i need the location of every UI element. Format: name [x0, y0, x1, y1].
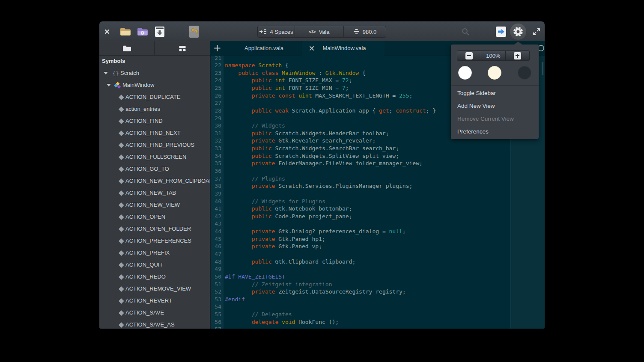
code-line-23: public class MainWindow : Gtk.Window {	[225, 69, 366, 77]
symbol-label: ACTION_REMOVE_VIEW	[125, 283, 191, 295]
symbol-label: ACTION_NEW_TAB	[125, 187, 176, 199]
fullscreen-button[interactable]	[533, 28, 540, 36]
constant-icon	[118, 190, 125, 196]
pane-separator[interactable]	[210, 56, 211, 329]
code-line-26: private const uint MAX_SEARCH_TEXT_LENGT…	[225, 92, 412, 100]
symbol-item-action_open_folder[interactable]: ACTION_OPEN_FOLDER	[99, 223, 210, 235]
symbol-item-action_find_next[interactable]: ACTION_FIND_NEXT	[99, 127, 210, 139]
code-line-38: private Scratch.Services.PluginsManager …	[225, 182, 412, 190]
templates-button[interactable]	[137, 27, 149, 36]
line-number: 23	[211, 69, 221, 77]
close-icon	[104, 29, 110, 35]
expander-icon[interactable]	[107, 84, 111, 86]
share-button[interactable]	[496, 27, 506, 37]
line-number: 51	[211, 281, 221, 288]
theme-white-button[interactable]	[458, 66, 472, 80]
symbol-item-action_prefix[interactable]: ACTION_PREFIX	[99, 247, 210, 259]
symbol-item-action_quit[interactable]: ACTION_QUIT	[99, 259, 210, 271]
window-close-button[interactable]	[104, 29, 110, 35]
constant-icon	[118, 154, 125, 160]
symbol-item-action_new_tab[interactable]: ACTION_NEW_TAB	[99, 187, 210, 199]
symbol-item-action_open[interactable]: ACTION_OPEN	[99, 211, 210, 223]
code-line-33: public Scratch.Widgets.SearchBar search_…	[225, 145, 399, 152]
symbol-label: ACTION_FIND_PREVIOUS	[125, 139, 194, 151]
constant-icon	[118, 285, 125, 292]
symbol-item-action_remove_view[interactable]: ACTION_REMOVE_VIEW	[99, 283, 210, 295]
zoom-level[interactable]: 100%	[481, 51, 505, 60]
goto-line-button[interactable]: 980.0	[343, 26, 386, 37]
symbol-item-action_find_previous[interactable]: ACTION_FIND_PREVIOUS	[99, 139, 210, 151]
indent-icon	[259, 29, 267, 35]
menu-item-preferences[interactable]: Preferences	[451, 125, 539, 138]
symbol-label: ACTION_NEW_VIEW	[125, 199, 180, 211]
line-number: 54	[211, 303, 221, 311]
symbol-label: ACTION_SAVE_AS	[125, 319, 175, 329]
line-width-icon	[353, 29, 360, 35]
outline-panel-button[interactable]	[154, 41, 210, 55]
editor-scrollbar[interactable]	[542, 62, 543, 75]
line-number: 49	[211, 265, 221, 273]
symbol-item-action_fullscreen[interactable]: ACTION_FULLSCREEN	[99, 151, 210, 163]
code-line-34: public Scratch.Widgets.SplitView split_v…	[225, 152, 399, 160]
line-number: 48	[211, 258, 221, 266]
symbol-item-action_go_to[interactable]: ACTION_GO_TO	[99, 163, 210, 175]
symbol-item-scratch[interactable]: {}Scratch	[99, 67, 210, 79]
open-file-button[interactable]	[119, 27, 131, 36]
line-number: 31	[211, 130, 221, 137]
new-tab-button[interactable]	[210, 41, 224, 55]
zoom-control: 100%	[457, 50, 530, 61]
symbol-item-action_save[interactable]: ACTION_SAVE	[99, 307, 210, 319]
symbol-label: ACTION_REVERT	[125, 295, 172, 307]
line-number: 27	[211, 99, 221, 107]
language-button[interactable]: </> Vala	[295, 26, 343, 37]
line-number: 37	[211, 175, 221, 183]
line-number: 42	[211, 213, 221, 220]
symbol-item-action_new_from_clipboard[interactable]: ACTION_NEW_FROM_CLIPBOARD	[99, 175, 210, 187]
tab-application-vala[interactable]: Application.vala	[227, 41, 301, 55]
theme-dark-button[interactable]	[518, 66, 531, 80]
constant-icon	[118, 321, 125, 328]
folder-panel-button[interactable]	[99, 41, 154, 55]
zoom-out-button[interactable]	[457, 51, 481, 60]
theme-sepia-button[interactable]	[488, 66, 501, 80]
code-line-22: namespace Scratch {	[225, 62, 289, 69]
symbol-item-action_find[interactable]: ACTION_FIND	[99, 115, 210, 127]
symbol-item-action_duplicate[interactable]: ACTION_DUPLICATE	[99, 91, 210, 103]
menu-item-toggle-sidebar[interactable]: Toggle Sidebar	[451, 86, 539, 99]
panel-toggle-group	[99, 41, 210, 56]
symbols-sidebar: Symbols {}ScratchMainWindowACTION_DUPLIC…	[99, 56, 210, 329]
line-number: 52	[211, 288, 221, 296]
constant-icon	[118, 237, 125, 244]
tab-mainwindow-vala[interactable]: MainWindow.vala	[301, 41, 384, 56]
expander-icon[interactable]	[104, 72, 108, 74]
symbol-item-action_preferences[interactable]: ACTION_PREFERENCES	[99, 235, 210, 247]
symbol-item-action_new_view[interactable]: ACTION_NEW_VIEW	[99, 199, 210, 211]
code-line-42: public Code.Pane project_pane;	[225, 213, 352, 220]
symbol-item-action_redo[interactable]: ACTION_REDO	[99, 271, 210, 283]
indent-width-button[interactable]: 4 Spaces	[258, 26, 295, 37]
fullscreen-icon	[533, 28, 540, 36]
code-line-40: // Widgets for Plugins	[225, 198, 325, 205]
symbol-item-action_revert[interactable]: ACTION_REVERT	[99, 295, 210, 307]
save-button[interactable]	[155, 26, 165, 38]
symbol-label: ACTION_QUIT	[125, 259, 163, 271]
code-line-37: // Plugins	[225, 175, 285, 183]
line-number: 53	[211, 296, 221, 303]
constant-icon	[118, 202, 125, 208]
menu-item-add-new-view[interactable]: Add New View	[451, 99, 539, 112]
constant-icon	[118, 106, 125, 113]
symbol-item-mainwindow[interactable]: MainWindow	[99, 79, 210, 91]
zoom-in-icon	[514, 52, 521, 59]
code-line-52: private Zeitgeist.DataSourceRegistry reg…	[225, 288, 406, 296]
gear-icon	[513, 27, 523, 37]
symbol-label: ACTION_SAVE	[125, 307, 164, 319]
zoom-in-button[interactable]	[505, 51, 529, 60]
symbol-item-action_entries[interactable]: action_entries	[99, 103, 210, 115]
constant-icon	[118, 118, 125, 125]
constant-icon	[118, 94, 125, 101]
settings-button[interactable]	[510, 24, 526, 40]
undo-button[interactable]	[189, 25, 199, 38]
constant-icon	[118, 249, 125, 256]
search-button[interactable]	[462, 28, 470, 36]
symbol-item-action_save_as[interactable]: ACTION_SAVE_AS	[99, 319, 210, 329]
